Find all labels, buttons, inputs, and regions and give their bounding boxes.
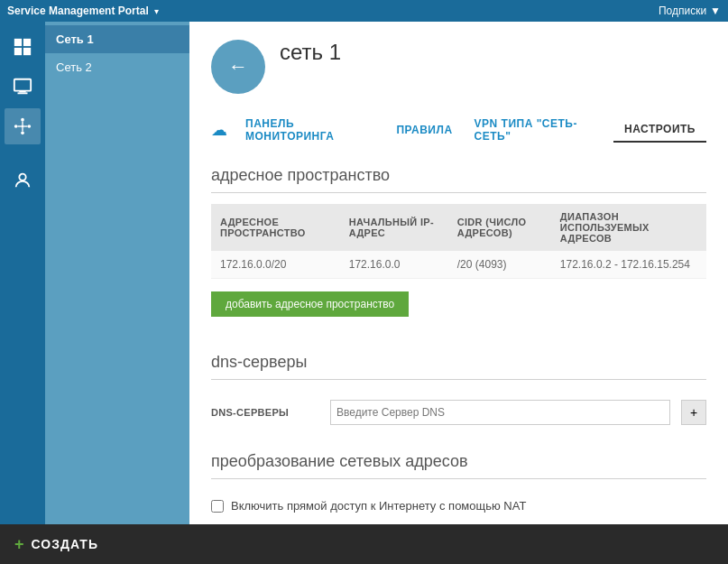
- back-button[interactable]: ←: [211, 40, 265, 94]
- nat-heading: преобразование сетевых адресов: [211, 452, 706, 479]
- col-range: ДИАПАЗОН ИСПОЛЬЗУЕМЫХ АДРЕСОВ: [551, 204, 706, 251]
- topbar-right: Подписки ▼: [659, 5, 721, 17]
- cell-address-space: 172.16.0.0/20: [211, 251, 340, 279]
- grid-nav-button[interactable]: [5, 29, 41, 65]
- tab-monitor[interactable]: ПАНЕЛЬ МОНИТОРИНГА: [235, 112, 385, 148]
- svg-rect-4: [14, 79, 31, 91]
- svg-point-16: [19, 174, 25, 180]
- back-arrow-icon: ←: [228, 55, 248, 79]
- app-title: Service Management Portal: [7, 5, 149, 17]
- svg-point-10: [21, 118, 24, 122]
- address-space-section: адресное пространство АДРЕСНОЕ ПРОСТРАНС…: [211, 166, 706, 335]
- monitor-nav-button[interactable]: [5, 69, 41, 105]
- subscriptions-link[interactable]: Подписки: [659, 5, 706, 17]
- tab-configure[interactable]: НАСТРОИТЬ: [613, 117, 706, 143]
- content-area: ← сеть 1 ☁ ПАНЕЛЬ МОНИТОРИНГА ПРАВИЛА VP…: [189, 22, 728, 524]
- svg-rect-5: [19, 91, 25, 93]
- tab-vpn[interactable]: VPN ТИПА "СЕТЬ-СЕТЬ": [464, 112, 613, 148]
- tab-cloud-icon: ☁: [211, 120, 227, 140]
- sidebar-item-network1[interactable]: Сеть 1: [45, 25, 189, 53]
- svg-rect-0: [14, 39, 22, 46]
- tab-rules[interactable]: ПРАВИЛА: [385, 118, 463, 142]
- content-inner: ← сеть 1 ☁ ПАНЕЛЬ МОНИТОРИНГА ПРАВИЛА VP…: [211, 40, 706, 524]
- nat-checkbox[interactable]: [211, 500, 224, 513]
- topbar: Service Management Portal ▾ Подписки ▼: [0, 0, 728, 22]
- svg-rect-3: [23, 48, 31, 55]
- svg-point-9: [28, 125, 32, 128]
- svg-point-7: [21, 125, 24, 128]
- cell-range: 172.16.0.2 - 172.16.15.254: [551, 251, 706, 279]
- svg-point-11: [21, 132, 24, 135]
- svg-rect-2: [14, 48, 22, 55]
- create-label: СОЗДАТЬ: [32, 537, 98, 551]
- dns-input[interactable]: [330, 400, 670, 425]
- cell-start-ip: 172.16.0.0: [340, 251, 448, 279]
- nat-section: преобразование сетевых адресов Включить …: [211, 452, 706, 522]
- network-nav-button[interactable]: [5, 108, 41, 144]
- address-space-heading: адресное пространство: [211, 166, 706, 193]
- table-row: 172.16.0.0/20 172.16.0.0 /20 (4093) 172.…: [211, 251, 706, 279]
- nat-checkbox-label[interactable]: Включить прямой доступ к Интернету с пом…: [231, 499, 526, 513]
- svg-point-8: [14, 125, 18, 128]
- table-header-row: АДРЕСНОЕ ПРОСТРАНСТВО НАЧАЛЬНЫЙ IP-АДРЕС…: [211, 204, 706, 251]
- bottom-bar[interactable]: + СОЗДАТЬ: [0, 524, 728, 564]
- main-layout: Сеть 1 Сеть 2 ← сеть 1 ☁ ПАНЕЛЬ МОНИТОРИ…: [0, 22, 728, 524]
- dns-label: DNS-СЕРВЕРЫ: [211, 407, 319, 418]
- topbar-left: Service Management Portal ▾: [7, 5, 159, 17]
- col-address-space: АДРЕСНОЕ ПРОСТРАНСТВО: [211, 204, 340, 251]
- icon-sidebar: [0, 22, 45, 524]
- col-start-ip: НАЧАЛЬНЫЙ IP-АДРЕС: [340, 204, 448, 251]
- sidebar-item-network2[interactable]: Сеть 2: [45, 53, 189, 81]
- nav-sidebar: Сеть 1 Сеть 2: [45, 22, 189, 524]
- col-cidr: CIDR (ЧИСЛО АДРЕСОВ): [448, 204, 551, 251]
- filter-icon[interactable]: ▼: [710, 5, 721, 17]
- dns-form-row: DNS-СЕРВЕРЫ +: [211, 391, 706, 434]
- create-plus-icon: +: [14, 535, 24, 554]
- address-space-table: АДРЕСНОЕ ПРОСТРАНСТВО НАЧАЛЬНЫЙ IP-АДРЕС…: [211, 204, 706, 279]
- content-header: ← сеть 1: [211, 40, 706, 108]
- tab-navigation: ☁ ПАНЕЛЬ МОНИТОРИНГА ПРАВИЛА VPN ТИПА "С…: [211, 112, 706, 148]
- dns-add-button[interactable]: +: [681, 400, 706, 425]
- svg-rect-6: [18, 92, 28, 94]
- topbar-chevron-icon[interactable]: ▾: [154, 6, 159, 16]
- nat-checkbox-row: Включить прямой доступ к Интернету с пом…: [211, 490, 706, 522]
- add-address-space-button[interactable]: добавить адресное пространство: [211, 291, 409, 317]
- user-nav-button[interactable]: [5, 162, 41, 199]
- svg-rect-1: [23, 39, 31, 46]
- dns-heading: dns-серверы: [211, 353, 706, 380]
- dns-section: dns-серверы DNS-СЕРВЕРЫ +: [211, 353, 706, 434]
- cell-cidr: /20 (4093): [448, 251, 551, 279]
- page-title: сеть 1: [280, 40, 341, 65]
